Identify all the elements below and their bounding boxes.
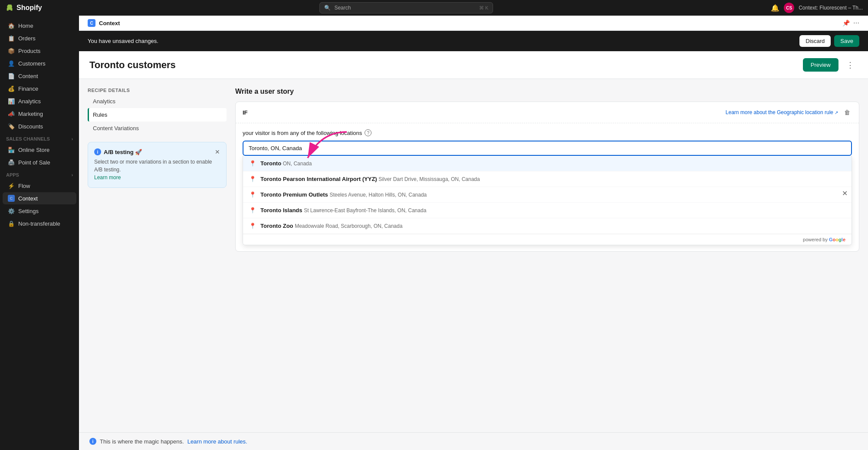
sidebar-item-discounts[interactable]: 🏷️ Discounts [3,120,76,132]
save-button[interactable]: Save [834,35,859,47]
dropdown-item-toronto-pearson[interactable]: 📍 Toronto Pearson International Airport … [243,171,852,187]
if-header-right: Learn more about the Geographic location… [726,107,852,118]
pin-icon[interactable]: 📌 [842,20,850,26]
shopify-logo[interactable]: shopify [5,3,42,12]
notification-icon[interactable]: 🔔 [771,4,779,12]
sidebar-item-analytics[interactable]: 📊 Analytics [3,95,76,107]
sidebar-item-orders[interactable]: 📋 Orders [3,32,76,44]
condition-help-icon[interactable]: ? [365,129,372,136]
apps-section: Apps › [0,169,79,179]
sidebar: 🏠 Home 📋 Orders 📦 Products 👤 Customers 📄… [0,16,79,450]
page-header-actions: Preview ⋮ [803,58,858,72]
sidebar-item-online-store[interactable]: 🏪 Online Store [3,144,76,156]
sidebar-label-non-transferable: Non-transferable [18,220,60,227]
online-store-icon: 🏪 [8,146,15,153]
sidebar-item-marketing[interactable]: 📣 Marketing [3,108,76,120]
recipe-details-label: RECIPE DETAILS [88,88,227,95]
expand-apps-icon[interactable]: › [72,173,73,177]
more-options-icon[interactable]: ⋯ [853,20,859,26]
ab-close-button[interactable]: ✕ [215,148,220,155]
recipe-nav-analytics[interactable]: Analytics [88,95,227,108]
sidebar-item-flow[interactable]: ⚡ Flow [3,180,76,192]
ab-card-title: i A/B testing 🚀 [94,148,142,155]
pos-icon: 🖨️ [8,159,15,166]
recipe-nav: Analytics Rules Content Variations [88,95,227,135]
home-icon: 🏠 [8,22,15,29]
condition-text: your visitor is from any of the followin… [243,129,852,136]
page-header: Toronto customers Preview ⋮ [79,51,868,79]
recipe-details-section: RECIPE DETAILS Analytics Rules Content V… [88,88,227,135]
sidebar-item-finance[interactable]: 💰 Finance [3,82,76,95]
app-name: Context [99,20,120,26]
brand-name: shopify [16,4,42,12]
lock-icon: 🔒 [8,220,15,227]
unsaved-actions: Discard Save [799,35,859,47]
trash-icon: 🗑 [844,109,850,116]
recipe-nav-rules[interactable]: Rules [88,108,227,122]
settings-icon: ⚙️ [8,207,15,214]
pin-icon-toronto: 📍 [249,160,256,167]
sidebar-label-home: Home [18,23,33,29]
store-name: Context: Fluorescent – Th... [799,5,863,11]
main-content: C Context 📌 ⋯ You have unsaved changes. … [79,16,868,450]
sidebar-label-settings: Settings [18,208,39,214]
ab-learn-more-link[interactable]: Learn more [94,174,121,181]
expand-sales-channels-icon[interactable]: › [72,137,73,141]
sidebar-item-point-of-sale[interactable]: 🖨️ Point of Sale [3,156,76,168]
bottom-bar-link[interactable]: Learn more about rules. [187,438,247,445]
recipe-nav-content-variations[interactable]: Content Variations [88,122,227,135]
sidebar-label-analytics: Analytics [18,98,41,105]
customers-icon: 👤 [8,60,15,67]
topbar-left: shopify [5,3,42,12]
orders-icon: 📋 [8,35,15,42]
search-placeholder-text: Search [334,5,351,11]
sidebar-item-non-transferable[interactable]: 🔒 Non-transferable [3,217,76,230]
sidebar-item-customers[interactable]: 👤 Customers [3,57,76,69]
pin-icon-zoo: 📍 [249,223,256,229]
sidebar-item-context[interactable]: C Context [3,192,76,204]
sidebar-label-customers: Customers [18,60,46,67]
geographic-learn-link[interactable]: Learn more about the Geographic location… [726,109,838,115]
sidebar-item-content[interactable]: 📄 Content [3,70,76,82]
sidebar-label-finance: Finance [18,85,38,92]
sidebar-item-home[interactable]: 🏠 Home [3,20,76,32]
page-more-button[interactable]: ⋮ [843,59,858,72]
page-title: Toronto customers [89,59,176,71]
sidebar-label-orders: Orders [18,35,36,42]
dropdown-item-toronto-islands[interactable]: 📍 Toronto Islands St Lawrence-East Bayfr… [243,203,852,218]
bottom-bar-text: This is where the magic happens. [100,438,184,445]
if-body: your visitor is from any of the followin… [236,123,859,251]
sidebar-item-products[interactable]: 📦 Products [3,45,76,57]
sidebar-item-settings[interactable]: ⚙️ Settings [3,205,76,217]
sidebar-label-flow: Flow [18,183,30,189]
dropdown-item-toronto-zoo[interactable]: 📍 Toronto Zoo Meadowvale Road, Scarborou… [243,218,852,234]
location-search-input[interactable] [243,141,852,156]
pin-icon-pearson: 📍 [249,176,256,182]
pin-icon-islands: 📍 [249,207,256,214]
preview-button[interactable]: Preview [803,58,838,72]
sidebar-label-products: Products [18,48,40,54]
context-icon: C [8,195,15,202]
topbar: shopify 🔍 Search ⌘ K 🔔 CS Context: Fluor… [0,0,868,16]
avatar[interactable]: CS [784,3,794,13]
ab-info-icon: i [94,148,101,155]
dropdown-item-toronto[interactable]: 📍 Toronto ON, Canada [243,156,852,171]
topbar-right: 🔔 CS Context: Fluorescent – Th... [771,3,863,13]
delete-rule-button[interactable]: 🗑 [842,107,852,118]
user-story-title: Write a user story [235,88,859,95]
search-bar[interactable]: 🔍 Search ⌘ K [319,2,493,13]
sidebar-label-content: Content [18,73,38,79]
ab-testing-card: i A/B testing 🚀 ✕ Select two or more var… [88,142,227,188]
external-link-icon: ↗ [835,110,838,115]
location-dropdown: 📍 Toronto ON, Canada 📍 Toront [243,156,852,245]
location-clear-button[interactable]: ✕ [842,189,848,197]
search-icon: 🔍 [324,5,331,11]
powered-by-google: powered by Google [243,234,852,245]
dropdown-item-toronto-premium[interactable]: 📍 Toronto Premium Outlets Steeles Avenue… [243,187,852,203]
discard-button[interactable]: Discard [799,35,831,47]
ab-card-desc: Select two or more variations in a secti… [94,158,220,181]
unsaved-message: You have unsaved changes. [88,38,158,44]
left-panel: RECIPE DETAILS Analytics Rules Content V… [88,88,227,424]
bottom-bar: i This is where the magic happens. Learn… [79,432,868,450]
app-header: C Context 📌 ⋯ [79,16,868,31]
